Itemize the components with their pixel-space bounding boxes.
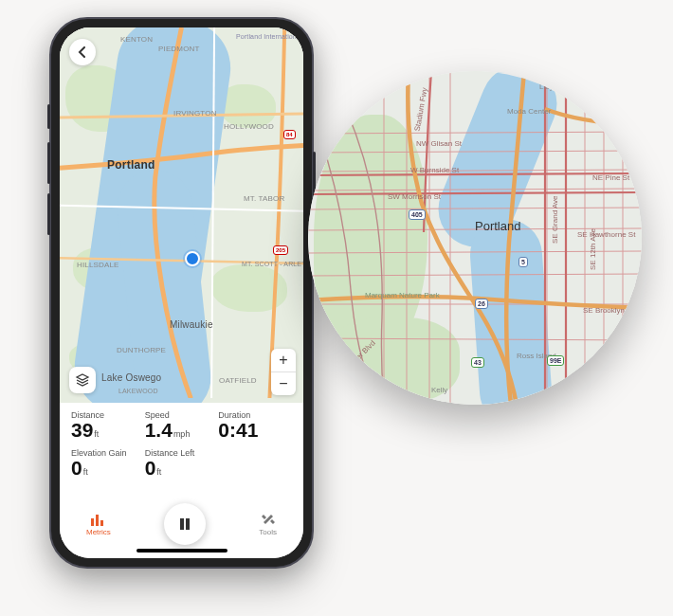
metric-label: Distance Left: [145, 448, 292, 458]
svg-rect-0: [91, 518, 94, 526]
map-label: PIEDMONT: [158, 45, 200, 53]
map-label: SE 12th Ave: [589, 228, 597, 270]
route-shield-icon: 26: [475, 299, 488, 309]
metric-value: 39: [71, 419, 93, 441]
metric-distance: Distance 39ft: [71, 410, 145, 441]
map-label: HOLLYWOOD: [224, 122, 274, 131]
pause-icon: [178, 517, 191, 531]
map-town-label: Milwaukie: [170, 319, 213, 330]
metric-unit: ft: [156, 467, 161, 477]
map-city-label: Portland: [107, 158, 155, 172]
detailed-map[interactable]: Stadium Fwy NW Glisan St W Burnside St S…: [308, 71, 642, 405]
interstate-shield-icon: 84: [617, 120, 630, 131]
tools-icon: [261, 513, 276, 526]
svg-rect-2: [100, 520, 103, 526]
map-label: NE Pine St: [592, 173, 629, 182]
phone-side-button: [47, 104, 50, 129]
map-label: KENTON: [120, 35, 153, 44]
phone-side-button: [47, 193, 50, 235]
metrics-panel: Distance 39ft Speed 1.4mph Duration 0:41…: [60, 403, 303, 558]
metric-elevation-gain: Elevation Gain 0ft: [71, 448, 145, 479]
metric-unit: ft: [94, 429, 99, 439]
svg-line-7: [308, 170, 642, 172]
svg-rect-1: [96, 515, 99, 526]
detailed-map-circle: Stadium Fwy NW Glisan St W Burnside St S…: [308, 71, 642, 405]
phone-screen: KENTON PIEDMONT Portland International A…: [60, 27, 303, 558]
svg-line-6: [308, 151, 642, 153]
map-label: Kelly: [431, 386, 447, 394]
back-button[interactable]: [69, 39, 96, 65]
zoom-in-button[interactable]: +: [271, 349, 296, 371]
phone-device: KENTON PIEDMONT Portland International A…: [49, 17, 314, 569]
interstate-shield-icon: 5: [518, 257, 528, 267]
metric-duration: Duration 0:41: [218, 410, 292, 441]
tab-tools[interactable]: Tools: [259, 513, 277, 536]
map-label: SE Hawthorne St: [577, 230, 635, 239]
svg-line-9: [308, 208, 642, 209]
home-indicator: [136, 549, 227, 553]
map-label: DUNTHORPE: [117, 346, 166, 354]
phone-side-button: [47, 142, 50, 184]
current-location-dot-icon: [185, 251, 200, 266]
interstate-shield-icon: 205: [273, 245, 288, 255]
map-town-label: Lake Oswego: [101, 372, 161, 383]
layers-icon: [75, 372, 90, 388]
map-label: W Burnside St: [410, 166, 459, 174]
map-label: SE Grand Ave: [551, 195, 559, 244]
svg-rect-3: [180, 518, 184, 530]
map-label: Up Brooklyn: [592, 369, 634, 377]
metric-value: 1.4: [145, 419, 173, 441]
svg-line-12: [308, 274, 642, 276]
map-label: OATFIELD: [219, 376, 257, 385]
bar-chart-icon: [90, 513, 107, 526]
svg-line-5: [308, 132, 642, 134]
metric-speed: Speed 1.4mph: [145, 410, 219, 441]
interstate-shield-icon: 405: [409, 209, 426, 220]
zoom-out-button[interactable]: −: [271, 371, 296, 395]
route-shield-icon: 99E: [547, 355, 564, 366]
map-city-label: Portland: [475, 219, 520, 233]
route-shield-icon: 43: [471, 357, 484, 368]
interstate-shield-icon: 84: [283, 130, 296, 139]
metric-value: 0: [71, 457, 82, 479]
map-label: Lloyd Center: [539, 82, 582, 91]
tab-metrics[interactable]: Metrics: [86, 513, 111, 536]
metric-unit: ft: [83, 467, 88, 477]
control-bar: Metrics Tools: [60, 503, 303, 545]
map-label: IRVINGTON: [173, 109, 217, 118]
metric-value: 0: [145, 457, 156, 479]
metric-value: 0:41: [218, 419, 258, 441]
metric-distance-left: Distance Left 0ft: [145, 448, 292, 479]
map-label: HILLSDALE: [77, 261, 119, 269]
pause-button[interactable]: [164, 503, 206, 545]
map-label: Marquam Nature Park: [365, 291, 426, 299]
map-label: MT. TABOR: [244, 194, 284, 203]
map-label: Moda Center: [507, 107, 551, 116]
map-label: LAKEWOOD: [118, 388, 158, 394]
map-roads: [60, 27, 303, 398]
svg-rect-4: [186, 518, 190, 530]
map-label: SW Morrison St: [388, 192, 441, 201]
svg-line-8: [308, 189, 642, 190]
map-label: Portland International Airport: [236, 33, 303, 40]
map-layers-button[interactable]: [69, 367, 96, 393]
tab-label: Tools: [259, 528, 277, 536]
metric-unit: mph: [173, 429, 191, 439]
activity-map[interactable]: KENTON PIEDMONT Portland International A…: [60, 27, 303, 403]
zoom-control: + −: [271, 349, 296, 395]
map-label: MT. SCOTT - ARLETA: [242, 261, 303, 267]
tab-label: Metrics: [86, 528, 111, 536]
map-label: SE Brooklyn St: [583, 306, 634, 315]
map-label: NW Glisan St: [416, 139, 462, 148]
back-chevron-icon: [77, 46, 88, 58]
